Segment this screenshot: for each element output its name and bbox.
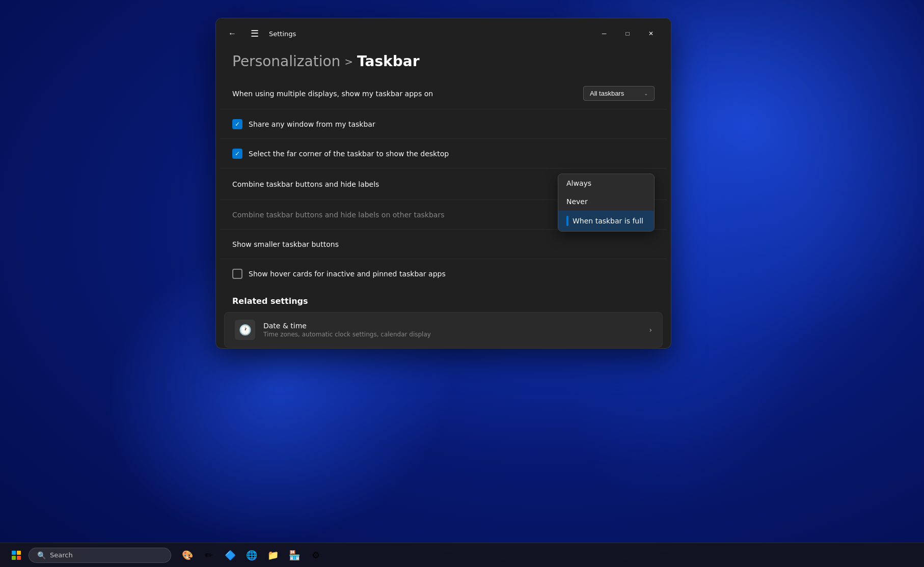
dropdown-item-never-label: Never [566, 197, 588, 206]
hover-cards-wrapper: Show hover cards for inactive and pinned… [232, 269, 446, 279]
dropdown-item-always-label: Always [566, 179, 591, 187]
date-time-icon-symbol: 🕐 [239, 324, 252, 336]
dropdown-item-when-full-label: When taskbar is full [573, 217, 643, 225]
dropdown-item-when-full[interactable]: When taskbar is full [558, 211, 654, 231]
title-bar: ← ☰ Settings ─ □ ✕ [216, 18, 671, 49]
start-button[interactable] [6, 545, 26, 565]
hover-cards-label: Show hover cards for inactive and pinned… [249, 270, 446, 278]
date-time-subtitle: Time zones, automatic clock settings, ca… [263, 331, 641, 338]
taskbar-icon-edge[interactable]: 🌐 [241, 545, 262, 565]
content-area[interactable]: When using multiple displays, show my ta… [216, 78, 671, 348]
search-icon: 🔍 [37, 551, 46, 559]
date-time-text: Date & time Time zones, automatic clock … [263, 322, 641, 338]
far-corner-check-icon: ✓ [235, 150, 240, 157]
combine-row: Combine taskbar buttons and hide labels … [220, 168, 667, 200]
dropdown-item-always[interactable]: Always [558, 174, 654, 192]
taskbar-icon-paint[interactable]: 🎨 [177, 545, 198, 565]
smaller-buttons-row: Show smaller taskbar buttons [220, 229, 667, 259]
taskbar: 🔍 Search 🎨 ✏️ 🔷 🌐 📁 🏪 ⚙️ [0, 543, 924, 567]
minimize-button[interactable]: ─ [592, 25, 616, 42]
related-settings-header: Related settings [220, 288, 667, 310]
taskbar-icon-copilot[interactable]: 🔷 [220, 545, 240, 565]
smaller-buttons-label: Show smaller taskbar buttons [232, 240, 655, 248]
share-window-wrapper: ✓ Share any window from my taskbar [232, 119, 375, 129]
close-button[interactable]: ✕ [639, 25, 663, 42]
taskbar-icon-explorer[interactable]: 📁 [263, 545, 283, 565]
windows-logo-icon [12, 551, 21, 560]
multiple-displays-chevron-icon: ⌄ [644, 91, 648, 96]
combine-dropdown-menu: Always Never When taskbar is full [558, 174, 655, 232]
taskbar-icon-pencil[interactable]: ✏️ [199, 545, 219, 565]
settings-window: ← ☰ Settings ─ □ ✕ Personalization > Tas… [215, 18, 671, 349]
search-bar[interactable]: 🔍 Search [29, 548, 171, 563]
dropdown-item-never[interactable]: Never [558, 192, 654, 211]
taskbar-icons: 🎨 ✏️ 🔷 🌐 📁 🏪 ⚙️ [177, 545, 326, 565]
breadcrumb-area: Personalization > Taskbar [216, 49, 671, 78]
date-time-title: Date & time [263, 322, 641, 330]
share-window-checkbox[interactable]: ✓ [232, 119, 242, 129]
dropdown-selected-indicator [566, 216, 568, 226]
hover-cards-row: Show hover cards for inactive and pinned… [220, 259, 667, 288]
hover-cards-checkbox[interactable] [232, 269, 242, 279]
far-corner-label: Select the far corner of the taskbar to … [249, 150, 449, 158]
taskbar-icon-settings[interactable]: ⚙️ [306, 545, 326, 565]
multiple-displays-row: When using multiple displays, show my ta… [220, 78, 667, 109]
breadcrumb: Personalization > Taskbar [232, 53, 655, 70]
multiple-displays-value: All taskbars [590, 90, 624, 97]
far-corner-checkbox[interactable]: ✓ [232, 149, 242, 159]
breadcrumb-parent[interactable]: Personalization [232, 53, 340, 70]
back-button[interactable]: ← [224, 25, 240, 42]
breadcrumb-current: Taskbar [357, 53, 419, 70]
share-window-row: ✓ Share any window from my taskbar [220, 109, 667, 138]
date-time-icon: 🕐 [235, 320, 255, 340]
title-bar-left: ← ☰ Settings [224, 25, 592, 42]
hamburger-button[interactable]: ☰ [247, 25, 263, 42]
far-corner-wrapper: ✓ Select the far corner of the taskbar t… [232, 149, 449, 159]
window-title: Settings [269, 30, 296, 38]
far-corner-row: ✓ Select the far corner of the taskbar t… [220, 138, 667, 168]
date-time-chevron-icon: › [649, 326, 652, 334]
maximize-button[interactable]: □ [616, 25, 639, 42]
title-bar-controls: ─ □ ✕ [592, 25, 663, 42]
date-time-card[interactable]: 🕐 Date & time Time zones, automatic cloc… [224, 312, 663, 348]
share-window-label: Share any window from my taskbar [249, 120, 375, 128]
multiple-displays-label: When using multiple displays, show my ta… [232, 90, 583, 98]
search-text: Search [50, 551, 73, 559]
combine-label: Combine taskbar buttons and hide labels [232, 180, 583, 188]
taskbar-icon-store[interactable]: 🏪 [284, 545, 305, 565]
multiple-displays-dropdown[interactable]: All taskbars ⌄ [583, 86, 655, 101]
breadcrumb-separator: > [344, 55, 353, 68]
share-window-check-icon: ✓ [235, 121, 240, 128]
multiple-displays-control: All taskbars ⌄ [583, 86, 655, 101]
